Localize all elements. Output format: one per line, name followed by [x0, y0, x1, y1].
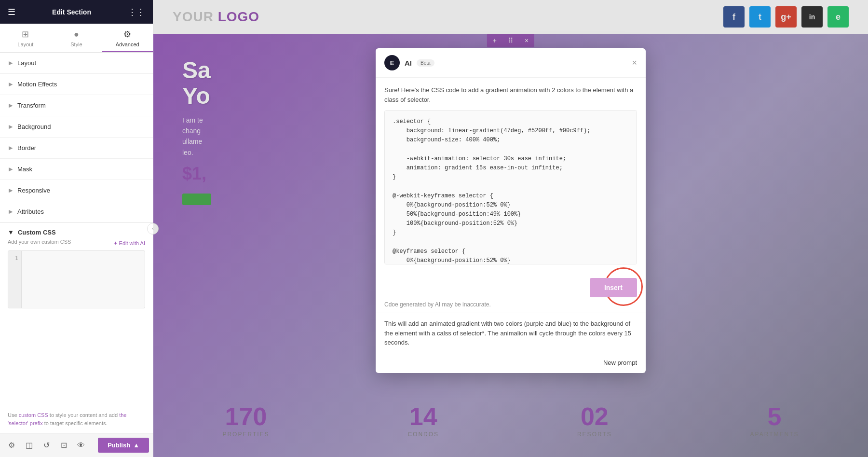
preview-icon-btn[interactable]: 👁: [73, 438, 89, 453]
nav-background-label: Background: [17, 123, 51, 130]
arrow-icon: ▶: [9, 102, 13, 109]
nav-layout-label: Layout: [17, 59, 36, 67]
elementor-icon-label: E: [390, 59, 394, 67]
ai-dialog-title: AI: [405, 59, 412, 67]
sidebar-item-background[interactable]: ▶ Background: [0, 116, 153, 138]
website-preview: YOUR LOGO f t g+ in e + ⠿ × SaYo: [153, 0, 868, 457]
layout-tab-icon: ⊞: [22, 29, 29, 40]
insert-button[interactable]: Insert: [590, 278, 637, 297]
arrow-icon: ▶: [9, 60, 13, 66]
tab-advanced-label: Advanced: [116, 42, 139, 47]
tab-layout-label: Layout: [17, 42, 33, 47]
nav-motion-label: Motion Effects: [17, 81, 57, 88]
footer-note-text1: Use: [8, 412, 19, 418]
ai-sparkle-icon: ✦: [113, 240, 118, 247]
publish-chevron-icon: ▲: [133, 442, 139, 449]
sidebar-item-border[interactable]: ▶ Border: [0, 138, 153, 159]
ai-beta-badge: Beta: [417, 59, 434, 67]
ai-dialog-body: Sure! Here's the CSS code to add a gradi…: [376, 78, 646, 272]
ai-dialog-close-button[interactable]: ×: [632, 58, 637, 67]
ai-header-left: E AI Beta: [384, 55, 434, 70]
custom-css-arrow: ▼: [8, 229, 14, 236]
tab-style-label: Style: [70, 42, 82, 47]
templates-icon-btn[interactable]: ⊡: [56, 438, 71, 453]
sidebar: ☰ Edit Section ⋮⋮ ⊞ Layout ● Style ⚙ Adv…: [0, 0, 153, 457]
custom-css-header: ▼ Custom CSS: [8, 229, 145, 236]
arrow-icon: ▶: [9, 124, 13, 130]
nav-responsive-label: Responsive: [17, 187, 50, 194]
css-editor-content[interactable]: [22, 251, 145, 308]
main-content: YOUR LOGO f t g+ in e + ⠿ × SaYo: [153, 0, 868, 457]
ai-code-block[interactable]: .selector { background: linear-gradient(…: [384, 110, 637, 264]
nav-transform-label: Transform: [17, 102, 46, 109]
arrow-icon: ▶: [9, 187, 13, 194]
sidebar-nav: ▶ Layout ▶ Motion Effects ▶ Transform ▶ …: [0, 53, 153, 407]
ai-warning-text: Cdoe generated by AI may be inaccurate.: [376, 301, 646, 313]
new-prompt-link[interactable]: New prompt: [603, 359, 637, 366]
layers-icon-btn[interactable]: ◫: [21, 438, 37, 453]
custom-css-section: ▼ Custom CSS Add your own custom CSS ✦ E…: [0, 222, 153, 314]
ai-dialog-new-prompt: New prompt: [376, 353, 646, 373]
footer-note: Use custom CSS to style your content and…: [0, 407, 153, 433]
arrow-icon: ▶: [9, 208, 13, 215]
ai-dialog-overlay: E AI Beta × Sure! Here's the CSS code to…: [153, 0, 868, 457]
arrow-icon: ▶: [9, 166, 13, 172]
tab-advanced[interactable]: ⚙ Advanced: [102, 24, 153, 52]
tab-style[interactable]: ● Style: [51, 24, 102, 52]
publish-label: Publish: [108, 442, 130, 449]
ai-intro-text: Sure! Here's the CSS code to add a gradi…: [384, 85, 637, 104]
custom-css-toggle[interactable]: ▼ Custom CSS: [8, 229, 56, 236]
history-icon-btn[interactable]: ↺: [39, 438, 54, 453]
custom-css-title-label: Custom CSS: [18, 229, 56, 236]
custom-css-link[interactable]: custom CSS: [19, 412, 48, 418]
nav-attributes-label: Attributes: [17, 208, 44, 215]
nav-mask-label: Mask: [17, 166, 32, 173]
sidebar-item-motion-effects[interactable]: ▶ Motion Effects: [0, 74, 153, 95]
ai-dialog: E AI Beta × Sure! Here's the CSS code to…: [376, 48, 646, 373]
sidebar-item-transform[interactable]: ▶ Transform: [0, 95, 153, 116]
advanced-tab-icon: ⚙: [123, 29, 131, 40]
footer-note-text2: to style your content and add: [48, 412, 119, 418]
grid-icon[interactable]: ⋮⋮: [128, 7, 145, 17]
ai-dialog-footer-actions: Insert: [376, 272, 646, 301]
tab-layout[interactable]: ⊞ Layout: [0, 24, 51, 52]
elementor-ai-icon: E: [384, 55, 400, 70]
sidebar-title: Edit Section: [52, 8, 91, 16]
publish-button[interactable]: Publish ▲: [98, 438, 149, 453]
edit-with-ai-button[interactable]: ✦ Edit with AI: [113, 240, 145, 247]
sidebar-tabs: ⊞ Layout ● Style ⚙ Advanced: [0, 24, 153, 53]
bottom-icons: ⚙ ◫ ↺ ⊡ 👁: [4, 438, 89, 453]
arrow-icon: ▶: [9, 145, 13, 151]
sidebar-item-responsive[interactable]: ▶ Responsive: [0, 180, 153, 201]
ai-dialog-description: This will add an animated gradient with …: [376, 313, 646, 353]
sidebar-item-mask[interactable]: ▶ Mask: [0, 159, 153, 180]
footer-note-text3: to target specific elements.: [43, 420, 108, 426]
style-tab-icon: ●: [74, 29, 79, 40]
css-editor[interactable]: 1: [8, 250, 145, 308]
ai-dialog-header: E AI Beta ×: [376, 48, 646, 78]
sidebar-header: ☰ Edit Section ⋮⋮: [0, 0, 153, 24]
custom-css-subtitle: Add your own custom CSS: [8, 239, 71, 245]
sidebar-item-attributes[interactable]: ▶ Attributes: [0, 201, 153, 222]
line-numbers: 1: [8, 251, 22, 308]
edit-ai-label: Edit with AI: [119, 240, 145, 246]
hamburger-icon[interactable]: ☰: [8, 7, 15, 17]
arrow-icon: ▶: [9, 81, 13, 87]
nav-border-label: Border: [17, 144, 36, 152]
sidebar-item-layout[interactable]: ▶ Layout: [0, 53, 153, 74]
sidebar-bottom-bar: ⚙ ◫ ↺ ⊡ 👁 Publish ▲: [0, 433, 153, 457]
settings-icon-btn[interactable]: ⚙: [4, 438, 19, 453]
